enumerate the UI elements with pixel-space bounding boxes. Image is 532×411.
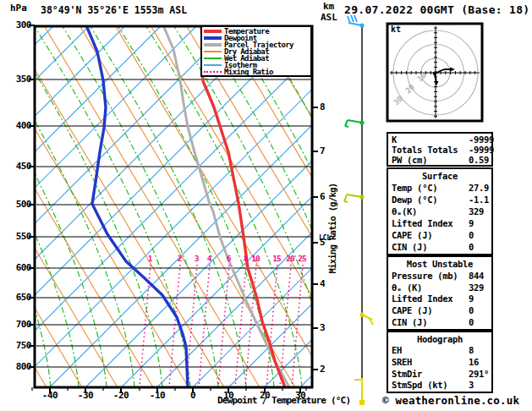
legend-swatch [204, 64, 222, 66]
stats-row-label: CAPE (J) [392, 305, 432, 315]
stats-row-value: 27.9 [469, 183, 489, 193]
mixing-ratio-label: 10 [249, 255, 262, 263]
stats-row-value: 329 [469, 206, 484, 216]
stats-row-label: Lifted Index [392, 218, 452, 228]
pressure-tick-label: 800 [6, 362, 31, 372]
mixing-ratio-label: 1 [143, 255, 156, 263]
stats-row-value: -1.1 [469, 195, 489, 205]
stats-row-label: Dewp (°C) [392, 195, 437, 205]
hodograph-arrowhead [435, 81, 439, 86]
stats-row: Lifted Index9 [388, 218, 491, 228]
temp-tick-label: -20 [108, 391, 134, 401]
km-tick-label: 8 [320, 102, 325, 112]
wind-barb-surface [354, 378, 365, 405]
pressure-tick-label: 350 [6, 74, 31, 85]
mixing-ratio-label: 25 [295, 255, 309, 263]
lcl-marker-label: LCL [319, 234, 331, 242]
hodograph-speed-label: 30 [392, 95, 404, 107]
stats-row: StmSpd (kt)3 [388, 380, 491, 390]
mixing-ratio-line [235, 265, 246, 387]
stats-row-value: 3 [469, 380, 474, 390]
stats-row: SREH16 [388, 357, 491, 367]
stats-row-label: CAPE (J) [392, 230, 432, 240]
legend-label: Mixing Ratio [224, 68, 273, 76]
stats-row-value: 844 [469, 271, 484, 281]
altitude-axis-unit-asl: ASL [321, 13, 337, 23]
hodograph-speed-label: 20 [403, 83, 416, 96]
stats-row-value: 9 [469, 218, 474, 228]
stats-box-title: Hodograph [388, 334, 491, 344]
copyright: © weatheronline.co.uk [382, 395, 519, 406]
stats-row-value: 0 [469, 242, 474, 252]
legend-swatch [204, 30, 222, 33]
stats-row-value: -9999 [469, 145, 494, 155]
stats-row: CIN (J)0 [388, 317, 491, 327]
stats-row-label: StmSpd (kt) [392, 380, 447, 390]
pressure-tick-label: 550 [6, 232, 31, 242]
legend-swatch [204, 71, 222, 73]
stats-row-label: Lifted Index [392, 293, 452, 304]
x-axis-title: Dewpoint / Temperature (°C) [217, 396, 350, 406]
weather-sounding-page: 102030 hPa 38°49'N 35°26'E 1553m ASL km … [0, 0, 532, 411]
stats-row: Dewp (°C)-1.1 [388, 195, 491, 205]
stats-box-indices: K-9999Totals Totals-9999PW (cm)0.59 [387, 132, 493, 167]
stats-row: θₑ(K)329 [388, 206, 491, 216]
stats-row: CIN (J)0 [388, 242, 491, 252]
pressure-tick-label: 450 [6, 162, 31, 172]
mixing-ratio-axis-label: Mixing Ratio (g/kg) [327, 184, 337, 274]
wind-barb-mid-upper [345, 120, 365, 127]
pressure-tick-label: 700 [6, 320, 31, 330]
stats-row-value: 0 [469, 230, 474, 240]
stats-row-label: θₑ (K) [392, 282, 422, 293]
stats-row-label: Pressure (mb) [392, 271, 458, 281]
km-tick-label: 2 [320, 364, 325, 375]
hodograph-unit-label: kt [391, 25, 401, 35]
stats-box-most-unstable: Most UnstablePressure (mb)844θₑ (K)329Li… [387, 255, 493, 331]
stats-row-value: 9 [469, 293, 474, 304]
stats-row: K-9999 [388, 134, 491, 145]
stats-row-value: 0 [469, 305, 474, 315]
stats-row: PW (cm)0.59 [388, 155, 491, 165]
datetime-label: 29.07.2022 00GMT (Base: 18) [344, 4, 529, 16]
km-tick-label: 4 [320, 279, 325, 289]
legend-swatch [204, 36, 222, 40]
stats-row-value: -9999 [469, 134, 494, 145]
hodograph: 102030 [387, 24, 482, 121]
stats-row-value: 8 [469, 345, 474, 355]
legend-swatch [204, 51, 222, 52]
hodograph-origin-dot [433, 72, 436, 75]
stats-box-title: Most Unstable [388, 259, 491, 269]
stats-row-label: K [392, 134, 397, 145]
temp-tick-label: -10 [145, 391, 170, 401]
wind-barb-mid [344, 195, 365, 202]
pressure-tick-label: 300 [6, 20, 31, 30]
mixing-ratio-label: 6 [222, 255, 235, 263]
pressure-axis-unit: hPa [10, 3, 27, 14]
hodograph-arrowhead [450, 68, 455, 72]
mixing-ratio-label: 2 [173, 255, 186, 263]
stats-row: θₑ (K)329 [388, 282, 491, 293]
stats-row-label: Totals Totals [392, 145, 458, 155]
pressure-tick-label: 400 [6, 121, 31, 131]
mixing-ratio-line [199, 265, 210, 387]
stats-row-label: EH [392, 345, 402, 355]
stats-row-label: θₑ(K) [392, 206, 417, 216]
stats-row-label: SREH [392, 357, 412, 367]
temp-tick-label: -30 [73, 391, 98, 401]
stats-row: EH8 [388, 345, 491, 355]
mixing-ratio-label: 4 [202, 255, 216, 263]
stats-row-label: CIN (J) [392, 242, 427, 252]
km-tick-label: 6 [320, 192, 325, 202]
station-title: 38°49'N 35°26'E 1553m ASL [41, 5, 187, 15]
stats-box-hodograph: HodographEH8SREH16StmDir291°StmSpd (kt)3 [387, 331, 493, 393]
wind-barb-upper [348, 15, 365, 28]
stats-row: Temp (°C)27.9 [388, 183, 491, 193]
stats-row-label: PW (cm) [392, 155, 427, 165]
pressure-tick-label: 500 [6, 200, 31, 210]
stats-row: Lifted Index9 [388, 293, 491, 304]
stats-row-value: 291° [469, 369, 489, 379]
legend: TemperatureDewpointParcel TrajectoryDry … [200, 25, 312, 77]
mixing-ratio-line [218, 265, 229, 387]
legend-row: Temperature [204, 28, 310, 35]
stats-row-label: CIN (J) [392, 317, 427, 327]
